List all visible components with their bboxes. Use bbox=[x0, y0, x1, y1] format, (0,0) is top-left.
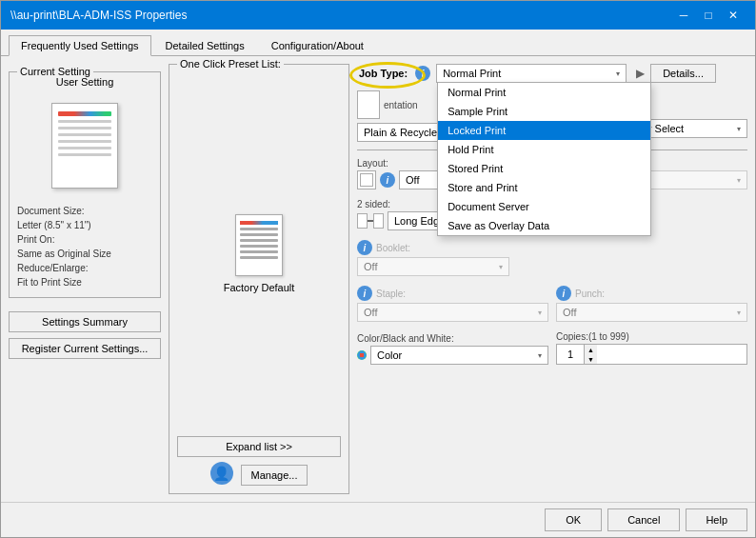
paper-value: Plain & Recycled bbox=[364, 127, 443, 138]
preset-line-4 bbox=[240, 245, 278, 248]
main-row: Current Setting User Setting bbox=[9, 64, 747, 494]
expand-list-button[interactable]: Expand list >> bbox=[177, 436, 341, 457]
page-line-3 bbox=[58, 133, 111, 136]
staple-value: Off bbox=[364, 307, 377, 318]
help-button[interactable]: Help bbox=[686, 508, 747, 531]
copies-group: Copies:(1 to 999) ▲ ▼ bbox=[556, 331, 747, 365]
dropdown-document-server[interactable]: Document Server bbox=[438, 197, 650, 216]
preset-line-3 bbox=[240, 239, 278, 242]
dropdown-save-overlay[interactable]: Save as Overlay Data bbox=[438, 216, 650, 235]
dropdown-store-and-print[interactable]: Store and Print bbox=[438, 178, 650, 197]
staple-control: Off ▾ bbox=[357, 303, 548, 322]
color-copies-row: Color/Black and White: Color ▾ Copies:(1… bbox=[357, 331, 747, 365]
printer-preview bbox=[37, 93, 132, 198]
dropdown-sample-print[interactable]: Sample Print bbox=[438, 102, 650, 121]
punch-arrow-icon: ▾ bbox=[737, 309, 741, 317]
punch-dropdown[interactable]: Off ▾ bbox=[556, 303, 747, 322]
dropdown-stored-print[interactable]: Stored Print bbox=[438, 159, 650, 178]
job-type-label-wrapper: Job Type: bbox=[357, 68, 409, 79]
color-dropdown[interactable]: Color ▾ bbox=[370, 346, 548, 365]
staple-dropdown[interactable]: Off ▾ bbox=[357, 303, 548, 322]
layout-icon-inner bbox=[360, 173, 373, 187]
color-group: Color/Black and White: Color ▾ bbox=[357, 333, 548, 365]
punch-info-icon[interactable]: i bbox=[556, 286, 571, 301]
one-click-title: One Click Preset List: bbox=[177, 58, 284, 70]
staple-group: i Staple: Off ▾ bbox=[357, 286, 548, 322]
play-icon: ▶ bbox=[636, 67, 645, 80]
ts-page-left bbox=[357, 213, 368, 229]
page-color-line bbox=[58, 111, 111, 116]
page-line-4 bbox=[58, 140, 111, 143]
dropdown-locked-print[interactable]: Locked Print bbox=[438, 121, 650, 140]
preset-line-1 bbox=[240, 228, 278, 230]
color-dot-icon bbox=[357, 350, 367, 360]
booklet-info-icon[interactable]: i bbox=[357, 240, 372, 255]
details-button[interactable]: Details... bbox=[650, 64, 716, 83]
color-control: Color ▾ bbox=[357, 346, 548, 365]
preset-icon: Factory Default bbox=[224, 214, 295, 293]
punch-label: Punch: bbox=[575, 289, 605, 299]
cancel-button[interactable]: Cancel bbox=[607, 508, 680, 531]
main-window: \\au-print\BLA-ADM-ISS Properties ─ □ ✕ … bbox=[0, 0, 756, 538]
tab-configuration[interactable]: Configuration/About bbox=[259, 35, 376, 55]
preset-line-6 bbox=[240, 256, 278, 259]
one-click-group: One Click Preset List: bbox=[169, 64, 349, 494]
printer-page-lines bbox=[52, 104, 117, 164]
middle-panel: One Click Preset List: bbox=[169, 64, 349, 494]
ts-page-right bbox=[373, 213, 384, 229]
page-order-arrow-icon: ▾ bbox=[737, 176, 741, 185]
main-content: Current Setting User Setting bbox=[1, 56, 755, 502]
staple-label: Staple: bbox=[376, 289, 406, 299]
tab-detailed[interactable]: Detailed Settings bbox=[153, 35, 257, 55]
layout-info-icon[interactable]: i bbox=[380, 172, 395, 188]
user-setting-label: User Setting bbox=[17, 76, 152, 88]
spin-arrows: ▲ ▼ bbox=[584, 345, 597, 364]
tab-frequently-used[interactable]: Frequently Used Settings bbox=[9, 35, 151, 56]
staple-arrow-icon: ▾ bbox=[538, 309, 542, 317]
preset-color-line bbox=[240, 221, 278, 225]
register-settings-button[interactable]: Register Current Settings... bbox=[9, 338, 161, 359]
tabs-bar: Frequently Used Settings Detailed Settin… bbox=[1, 30, 755, 56]
minimize-button[interactable]: ─ bbox=[671, 6, 696, 25]
tray-arrow-icon: ▾ bbox=[737, 125, 741, 133]
dropdown-normal-print[interactable]: Normal Print bbox=[438, 83, 650, 102]
preset-doc-icon bbox=[235, 214, 283, 276]
page-line-2 bbox=[58, 127, 111, 130]
copies-up-button[interactable]: ▲ bbox=[584, 345, 597, 354]
job-type-section: Job Type: i Normal Print ▾ Normal Print … bbox=[357, 64, 747, 83]
booklet-label: Booklet: bbox=[376, 243, 410, 253]
booklet-row: i Booklet: bbox=[357, 240, 747, 255]
job-type-info-icon[interactable]: i bbox=[415, 66, 430, 81]
copies-control: ▲ ▼ bbox=[556, 344, 747, 365]
color-value: Color bbox=[377, 349, 402, 361]
booklet-dropdown[interactable]: Off ▾ bbox=[357, 257, 509, 276]
title-bar: \\au-print\BLA-ADM-ISS Properties ─ □ ✕ bbox=[1, 1, 755, 30]
page-line-1 bbox=[58, 120, 111, 123]
copies-wrapper: ▲ ▼ bbox=[556, 344, 747, 365]
maximize-button[interactable]: □ bbox=[696, 6, 721, 25]
preset-line-2 bbox=[240, 233, 278, 236]
settings-summary-button[interactable]: Settings Summary bbox=[9, 311, 161, 332]
punch-group: i Punch: Off ▾ bbox=[556, 286, 747, 322]
staple-info-icon[interactable]: i bbox=[357, 286, 372, 301]
copies-down-button[interactable]: ▼ bbox=[584, 354, 597, 364]
preset-line-5 bbox=[240, 250, 278, 253]
job-type-dropdown[interactable]: Normal Print ▾ Normal Print Sample Print… bbox=[436, 64, 627, 83]
punch-value: Off bbox=[563, 307, 576, 318]
copies-input[interactable] bbox=[557, 347, 584, 362]
job-type-label: Job Type: bbox=[357, 68, 409, 79]
close-button[interactable]: ✕ bbox=[721, 6, 746, 25]
punch-label-row: i Punch: bbox=[556, 286, 747, 301]
job-type-value: Normal Print bbox=[443, 68, 501, 79]
two-sided-icon bbox=[357, 211, 384, 230]
title-bar-controls: ─ □ ✕ bbox=[671, 6, 746, 25]
color-arrow-icon: ▾ bbox=[538, 351, 542, 360]
manage-button[interactable]: Manage... bbox=[241, 465, 308, 486]
copies-label: Copies:(1 to 999) bbox=[556, 331, 747, 342]
ok-button[interactable]: OK bbox=[545, 508, 602, 531]
current-setting-title: Current Setting bbox=[17, 66, 93, 77]
orientation-label: entation bbox=[384, 100, 418, 110]
dropdown-hold-print[interactable]: Hold Print bbox=[438, 140, 650, 159]
booklet-control: Off ▾ bbox=[357, 257, 747, 276]
booklet-arrow-icon: ▾ bbox=[499, 263, 503, 271]
